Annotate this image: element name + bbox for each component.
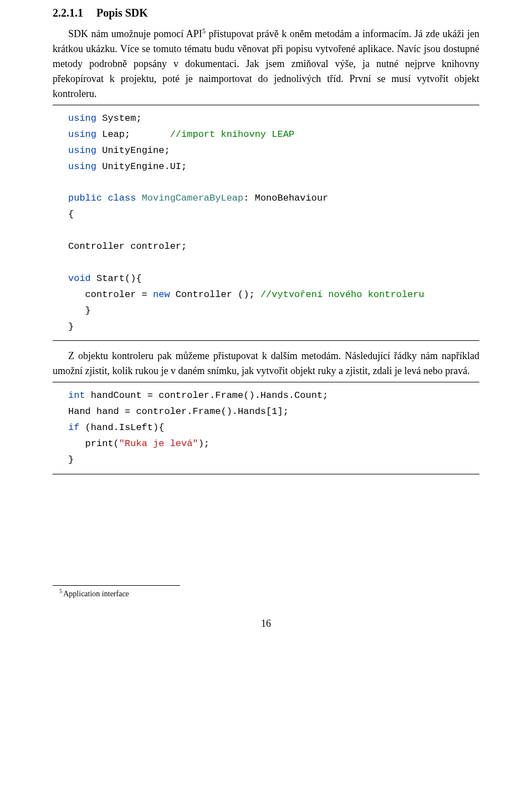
kw-using-1: using <box>68 113 96 124</box>
code1-l9-pre: controler = <box>68 289 153 300</box>
para1-pre: SDK nám umožnuje pomocí API <box>68 28 202 39</box>
code2-l4-pre: print( <box>68 438 119 449</box>
code2-l3: (hand.IsLeft){ <box>79 422 164 433</box>
kw-int: int <box>68 390 85 401</box>
code2-l5: } <box>68 454 74 465</box>
kw-new: new <box>153 289 170 300</box>
section-title-text: Popis SDK <box>96 7 148 19</box>
kw-using-3: using <box>68 145 96 156</box>
code1-l6: { <box>68 209 74 219</box>
code1-l8: Start(){ <box>91 273 142 284</box>
code1-l7: Controller controler; <box>68 241 187 252</box>
section-heading: 2.2.1.1Popis SDK <box>53 4 479 21</box>
footnote-5: 5Application interface <box>59 588 479 600</box>
paragraph-2: Z objektu kontroleru pak můžeme přistupo… <box>53 349 479 379</box>
code-block-2: int handCount = controler.Frame().Hands.… <box>53 382 479 474</box>
kw-void: void <box>68 273 91 284</box>
code1-l4: UnityEngine.UI; <box>96 161 187 172</box>
code2-l1: handCount = controler.Frame().Hands.Coun… <box>85 390 329 401</box>
kw-if: if <box>68 422 79 433</box>
kw-class: class <box>102 193 136 203</box>
kw-public: public <box>68 193 102 203</box>
code1-l3: UnityEngine; <box>96 145 170 156</box>
kw-using-4: using <box>68 161 96 172</box>
code1-l2: Leap; <box>96 129 170 140</box>
code2-l4-post: ); <box>198 438 209 449</box>
code1-l9-rest: Controller (); <box>170 289 260 300</box>
comment-new-controller: //vytvoření nového kontroleru <box>260 289 424 300</box>
section-number: 2.2.1.1 <box>53 7 83 19</box>
comment-import: //import knihovny LEAP <box>170 129 294 140</box>
code2-l2: Hand hand = controler.Frame().Hands[1]; <box>68 406 289 417</box>
code1-l11: } <box>68 321 74 332</box>
code1-l1: System; <box>96 113 142 124</box>
kw-using-2: using <box>68 129 96 140</box>
code1-l5-rest: : MonoBehaviour <box>243 193 328 203</box>
page: 2.2.1.1Popis SDK SDK nám umožnuje pomocí… <box>0 4 532 808</box>
paragraph-1: SDK nám umožnuje pomocí API5 přistupovat… <box>53 27 479 101</box>
footnote-separator <box>53 585 180 586</box>
code1-l10: } <box>68 305 91 316</box>
footnote-marker: 5 <box>59 588 62 594</box>
page-number: 16 <box>53 616 479 631</box>
type-name: MovingCameraByLeap <box>136 193 243 203</box>
string-literal: "Ruka je levá" <box>119 438 198 449</box>
code-block-1: using System; using Leap; //import kniho… <box>53 105 479 341</box>
footnote-text: Application interface <box>63 590 129 598</box>
